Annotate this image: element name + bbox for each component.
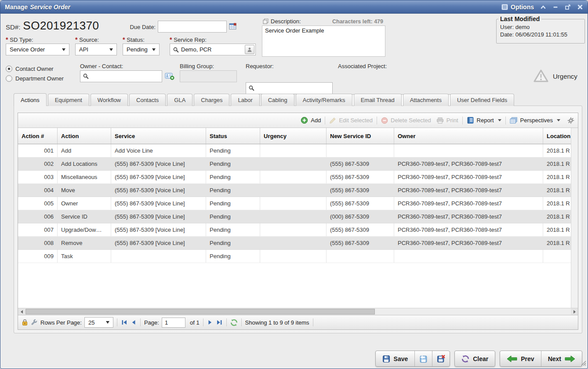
minimize-icon[interactable]: [552, 4, 559, 10]
table-row[interactable]: 005Owner(555) 867-5309 [Voice Line]Pendi…: [18, 197, 571, 210]
grid-tools-button[interactable]: [31, 319, 38, 326]
table-row[interactable]: 003Miscellaneous(555) 867-5309 [Voice Li…: [18, 171, 571, 184]
cell: PCR360-7089-test7, PCR360-7089-test7: [394, 184, 543, 197]
cell: 2018.1 R: [543, 210, 571, 223]
delete-selected-button[interactable]: Delete Selected: [378, 117, 434, 124]
table-row[interactable]: 004Move(555) 867-5309 [Voice Line]Pendin…: [18, 184, 571, 197]
tab-labor[interactable]: Labor: [231, 94, 259, 106]
popout-icon[interactable]: [565, 4, 571, 10]
column-header-location[interactable]: Location: [543, 128, 571, 144]
add-contact-button[interactable]: [165, 72, 174, 80]
window-resize-grip[interactable]: [580, 360, 586, 367]
options-icon: [501, 4, 508, 10]
table-row[interactable]: 007Upgrade/Dow…(555) 867-5309 [Voice Lin…: [18, 223, 571, 237]
cell: Task: [58, 250, 111, 263]
person-picker-button[interactable]: [245, 45, 254, 54]
prev-arrow-icon: [507, 355, 517, 362]
prev-next-button-group: Prev Next: [500, 351, 582, 367]
tab-actions[interactable]: Actions: [14, 93, 47, 106]
close-icon[interactable]: [577, 4, 583, 10]
tab-gla[interactable]: GLA: [167, 94, 192, 106]
sd-type-select[interactable]: Service Order: [6, 44, 69, 55]
add-button[interactable]: Add: [298, 117, 323, 124]
table-row[interactable]: 006Service ID(555) 867-5309 [Voice Line]…: [18, 210, 571, 223]
search-icon: [173, 47, 179, 53]
horizontal-scrollbar-track[interactable]: [25, 308, 571, 315]
lock-columns-button[interactable]: [22, 319, 28, 326]
cell: Service ID: [58, 210, 111, 223]
cell: (555) 867-5309: [327, 157, 394, 170]
next-page-button[interactable]: [207, 319, 213, 326]
table-row[interactable]: 002Add Locations(555) 867-5309 [Voice Li…: [18, 157, 571, 171]
first-page-button[interactable]: [121, 319, 128, 326]
save-button[interactable]: Save: [376, 351, 415, 366]
column-header-status[interactable]: Status: [206, 128, 260, 144]
popup-window-icon[interactable]: [263, 18, 269, 24]
table-row[interactable]: 008Remove(555) 867-5309 [Voice Line]Pend…: [18, 237, 571, 250]
save-and-close-button[interactable]: [432, 351, 450, 366]
cell: Add: [58, 144, 111, 157]
tab-equipment[interactable]: Equipment: [48, 94, 89, 106]
cell: [543, 250, 571, 263]
tab-attachments[interactable]: Attachments: [403, 94, 449, 106]
horizontal-scrollbar-thumb[interactable]: [25, 309, 375, 314]
options-label: Options: [511, 4, 534, 11]
refresh-button[interactable]: [230, 319, 238, 326]
column-header-service[interactable]: Service: [111, 128, 206, 144]
column-header-new-service-id[interactable]: New Service ID: [327, 128, 394, 144]
tab-charges[interactable]: Charges: [194, 94, 229, 106]
status-select[interactable]: Pending: [123, 44, 160, 55]
owner-contact-input[interactable]: [80, 70, 162, 82]
tab-contacts[interactable]: Contacts: [129, 94, 166, 106]
tab-workflow[interactable]: Workflow: [91, 94, 128, 106]
department-owner-radio[interactable]: Department Owner: [6, 75, 64, 82]
edit-selected-button[interactable]: Edit Selected: [327, 117, 375, 124]
clear-button[interactable]: Clear: [455, 351, 495, 366]
tab-cabling[interactable]: Cabling: [261, 94, 294, 106]
calendar-button[interactable]: [227, 21, 238, 32]
options-button[interactable]: Options: [501, 4, 534, 11]
column-header-urgency[interactable]: Urgency: [260, 128, 327, 144]
vertical-scrollbar-track[interactable]: [571, 128, 578, 308]
table-row[interactable]: 009TaskPending: [18, 250, 571, 263]
last-page-button[interactable]: [216, 319, 223, 326]
requestor-field: [246, 82, 333, 94]
perspectives-button[interactable]: Perspectives: [507, 117, 563, 124]
scroll-left-button[interactable]: [18, 308, 25, 315]
pager-separator: [117, 318, 117, 326]
next-button[interactable]: Next: [541, 351, 582, 366]
print-button[interactable]: Print: [434, 117, 461, 124]
collapse-icon[interactable]: [540, 4, 546, 10]
grid-settings-button[interactable]: [567, 117, 574, 124]
column-header-owner[interactable]: Owner: [394, 128, 543, 144]
owner-contact-label: Owner - Contact:: [80, 63, 123, 69]
report-button[interactable]: Report: [464, 117, 504, 124]
description-header: Description:: [263, 18, 301, 25]
page-input[interactable]: [162, 318, 185, 328]
description-textarea[interactable]: Service Order Example: [262, 26, 385, 57]
save-and-new-button[interactable]: [414, 351, 432, 366]
prev-button[interactable]: Prev: [500, 351, 541, 366]
requestor-input[interactable]: [246, 82, 333, 94]
source-select[interactable]: API: [75, 44, 117, 55]
tab-email-thread[interactable]: Email Thread: [354, 94, 402, 106]
toolbar-separator: [377, 117, 377, 124]
cell: 2018.1 R: [543, 171, 571, 183]
page-label: Page:: [144, 319, 159, 326]
wrench-icon: [31, 319, 38, 326]
service-rep-field[interactable]: Demo, PCR: [170, 44, 256, 55]
column-header-action[interactable]: Action #: [18, 128, 58, 144]
service-rep-label: Service Rep:: [170, 36, 207, 43]
previous-page-button[interactable]: [131, 319, 137, 326]
contact-owner-radio[interactable]: Contact Owner: [6, 66, 64, 72]
table-row[interactable]: 001AddAdd Voice LinePending2018.1 R: [18, 144, 571, 157]
cell: (555) 867-5309: [327, 184, 394, 197]
tab-user-defined-fields[interactable]: User Defined Fields: [450, 94, 514, 106]
scroll-right-button[interactable]: [571, 308, 578, 315]
cell: [260, 250, 327, 263]
column-header-action[interactable]: Action: [58, 128, 111, 144]
due-date-input[interactable]: [158, 21, 227, 33]
tab-activity-remarks[interactable]: Activity/Remarks: [296, 94, 352, 106]
rows-per-page-select[interactable]: 25: [84, 317, 113, 328]
cell: 009: [18, 250, 58, 263]
